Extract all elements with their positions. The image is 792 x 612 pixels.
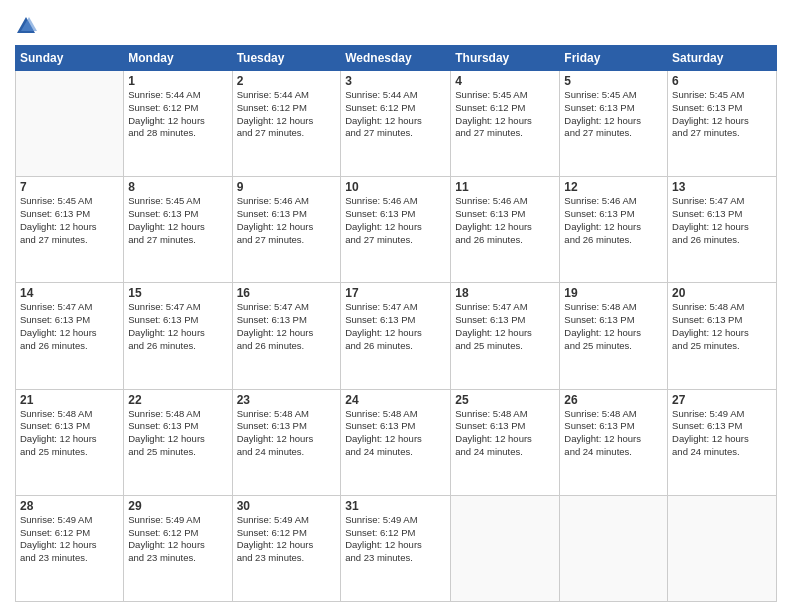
- calendar-cell: 18Sunrise: 5:47 AM Sunset: 6:13 PM Dayli…: [451, 283, 560, 389]
- day-info: Sunrise: 5:48 AM Sunset: 6:13 PM Dayligh…: [455, 408, 555, 459]
- day-info: Sunrise: 5:45 AM Sunset: 6:13 PM Dayligh…: [672, 89, 772, 140]
- day-number: 26: [564, 393, 663, 407]
- calendar-cell: 6Sunrise: 5:45 AM Sunset: 6:13 PM Daylig…: [668, 71, 777, 177]
- day-info: Sunrise: 5:45 AM Sunset: 6:12 PM Dayligh…: [455, 89, 555, 140]
- day-number: 27: [672, 393, 772, 407]
- day-number: 20: [672, 286, 772, 300]
- calendar-cell: [16, 71, 124, 177]
- calendar-cell: 19Sunrise: 5:48 AM Sunset: 6:13 PM Dayli…: [560, 283, 668, 389]
- day-info: Sunrise: 5:46 AM Sunset: 6:13 PM Dayligh…: [564, 195, 663, 246]
- week-row-2: 7Sunrise: 5:45 AM Sunset: 6:13 PM Daylig…: [16, 177, 777, 283]
- day-info: Sunrise: 5:48 AM Sunset: 6:13 PM Dayligh…: [237, 408, 337, 459]
- calendar-cell: 15Sunrise: 5:47 AM Sunset: 6:13 PM Dayli…: [124, 283, 232, 389]
- column-header-tuesday: Tuesday: [232, 46, 341, 71]
- day-info: Sunrise: 5:45 AM Sunset: 6:13 PM Dayligh…: [128, 195, 227, 246]
- calendar-cell: 11Sunrise: 5:46 AM Sunset: 6:13 PM Dayli…: [451, 177, 560, 283]
- day-number: 7: [20, 180, 119, 194]
- day-info: Sunrise: 5:47 AM Sunset: 6:13 PM Dayligh…: [345, 301, 446, 352]
- column-header-wednesday: Wednesday: [341, 46, 451, 71]
- day-number: 31: [345, 499, 446, 513]
- day-number: 14: [20, 286, 119, 300]
- day-info: Sunrise: 5:48 AM Sunset: 6:13 PM Dayligh…: [672, 301, 772, 352]
- column-header-monday: Monday: [124, 46, 232, 71]
- day-info: Sunrise: 5:47 AM Sunset: 6:13 PM Dayligh…: [672, 195, 772, 246]
- day-number: 24: [345, 393, 446, 407]
- day-number: 18: [455, 286, 555, 300]
- day-number: 6: [672, 74, 772, 88]
- day-number: 1: [128, 74, 227, 88]
- day-number: 9: [237, 180, 337, 194]
- day-info: Sunrise: 5:46 AM Sunset: 6:13 PM Dayligh…: [237, 195, 337, 246]
- calendar-cell: 27Sunrise: 5:49 AM Sunset: 6:13 PM Dayli…: [668, 389, 777, 495]
- day-info: Sunrise: 5:49 AM Sunset: 6:12 PM Dayligh…: [237, 514, 337, 565]
- column-header-sunday: Sunday: [16, 46, 124, 71]
- day-number: 19: [564, 286, 663, 300]
- calendar-cell: 9Sunrise: 5:46 AM Sunset: 6:13 PM Daylig…: [232, 177, 341, 283]
- day-info: Sunrise: 5:47 AM Sunset: 6:13 PM Dayligh…: [128, 301, 227, 352]
- calendar-cell: 14Sunrise: 5:47 AM Sunset: 6:13 PM Dayli…: [16, 283, 124, 389]
- calendar-cell: 30Sunrise: 5:49 AM Sunset: 6:12 PM Dayli…: [232, 495, 341, 601]
- calendar-cell: 3Sunrise: 5:44 AM Sunset: 6:12 PM Daylig…: [341, 71, 451, 177]
- calendar-cell: 10Sunrise: 5:46 AM Sunset: 6:13 PM Dayli…: [341, 177, 451, 283]
- day-info: Sunrise: 5:48 AM Sunset: 6:13 PM Dayligh…: [20, 408, 119, 459]
- week-row-3: 14Sunrise: 5:47 AM Sunset: 6:13 PM Dayli…: [16, 283, 777, 389]
- calendar-cell: 29Sunrise: 5:49 AM Sunset: 6:12 PM Dayli…: [124, 495, 232, 601]
- day-number: 8: [128, 180, 227, 194]
- day-info: Sunrise: 5:44 AM Sunset: 6:12 PM Dayligh…: [237, 89, 337, 140]
- calendar-cell: 1Sunrise: 5:44 AM Sunset: 6:12 PM Daylig…: [124, 71, 232, 177]
- day-info: Sunrise: 5:49 AM Sunset: 6:12 PM Dayligh…: [20, 514, 119, 565]
- day-number: 29: [128, 499, 227, 513]
- day-number: 30: [237, 499, 337, 513]
- calendar-cell: [668, 495, 777, 601]
- calendar-cell: 20Sunrise: 5:48 AM Sunset: 6:13 PM Dayli…: [668, 283, 777, 389]
- day-number: 21: [20, 393, 119, 407]
- day-info: Sunrise: 5:47 AM Sunset: 6:13 PM Dayligh…: [20, 301, 119, 352]
- day-number: 11: [455, 180, 555, 194]
- calendar-cell: 26Sunrise: 5:48 AM Sunset: 6:13 PM Dayli…: [560, 389, 668, 495]
- day-number: 5: [564, 74, 663, 88]
- calendar-cell: 8Sunrise: 5:45 AM Sunset: 6:13 PM Daylig…: [124, 177, 232, 283]
- day-number: 17: [345, 286, 446, 300]
- day-number: 13: [672, 180, 772, 194]
- day-info: Sunrise: 5:49 AM Sunset: 6:12 PM Dayligh…: [128, 514, 227, 565]
- calendar-cell: 21Sunrise: 5:48 AM Sunset: 6:13 PM Dayli…: [16, 389, 124, 495]
- day-number: 22: [128, 393, 227, 407]
- day-number: 28: [20, 499, 119, 513]
- calendar-cell: 5Sunrise: 5:45 AM Sunset: 6:13 PM Daylig…: [560, 71, 668, 177]
- day-info: Sunrise: 5:47 AM Sunset: 6:13 PM Dayligh…: [455, 301, 555, 352]
- day-info: Sunrise: 5:45 AM Sunset: 6:13 PM Dayligh…: [564, 89, 663, 140]
- logo-icon: [15, 15, 37, 37]
- calendar-cell: 25Sunrise: 5:48 AM Sunset: 6:13 PM Dayli…: [451, 389, 560, 495]
- calendar-cell: 28Sunrise: 5:49 AM Sunset: 6:12 PM Dayli…: [16, 495, 124, 601]
- calendar-cell: 23Sunrise: 5:48 AM Sunset: 6:13 PM Dayli…: [232, 389, 341, 495]
- calendar-cell: 17Sunrise: 5:47 AM Sunset: 6:13 PM Dayli…: [341, 283, 451, 389]
- day-info: Sunrise: 5:44 AM Sunset: 6:12 PM Dayligh…: [128, 89, 227, 140]
- calendar-cell: [560, 495, 668, 601]
- day-number: 2: [237, 74, 337, 88]
- column-header-thursday: Thursday: [451, 46, 560, 71]
- column-header-saturday: Saturday: [668, 46, 777, 71]
- day-info: Sunrise: 5:48 AM Sunset: 6:13 PM Dayligh…: [564, 301, 663, 352]
- column-header-friday: Friday: [560, 46, 668, 71]
- header-row: SundayMondayTuesdayWednesdayThursdayFrid…: [16, 46, 777, 71]
- page: SundayMondayTuesdayWednesdayThursdayFrid…: [0, 0, 792, 612]
- day-number: 25: [455, 393, 555, 407]
- calendar-cell: 13Sunrise: 5:47 AM Sunset: 6:13 PM Dayli…: [668, 177, 777, 283]
- calendar-cell: 2Sunrise: 5:44 AM Sunset: 6:12 PM Daylig…: [232, 71, 341, 177]
- day-info: Sunrise: 5:44 AM Sunset: 6:12 PM Dayligh…: [345, 89, 446, 140]
- day-number: 3: [345, 74, 446, 88]
- week-row-5: 28Sunrise: 5:49 AM Sunset: 6:12 PM Dayli…: [16, 495, 777, 601]
- calendar-table: SundayMondayTuesdayWednesdayThursdayFrid…: [15, 45, 777, 602]
- day-info: Sunrise: 5:49 AM Sunset: 6:13 PM Dayligh…: [672, 408, 772, 459]
- calendar-cell: 16Sunrise: 5:47 AM Sunset: 6:13 PM Dayli…: [232, 283, 341, 389]
- header: [15, 15, 777, 37]
- calendar-cell: 12Sunrise: 5:46 AM Sunset: 6:13 PM Dayli…: [560, 177, 668, 283]
- day-number: 10: [345, 180, 446, 194]
- day-info: Sunrise: 5:49 AM Sunset: 6:12 PM Dayligh…: [345, 514, 446, 565]
- calendar-cell: 31Sunrise: 5:49 AM Sunset: 6:12 PM Dayli…: [341, 495, 451, 601]
- day-info: Sunrise: 5:47 AM Sunset: 6:13 PM Dayligh…: [237, 301, 337, 352]
- day-number: 15: [128, 286, 227, 300]
- day-info: Sunrise: 5:46 AM Sunset: 6:13 PM Dayligh…: [345, 195, 446, 246]
- calendar-cell: 4Sunrise: 5:45 AM Sunset: 6:12 PM Daylig…: [451, 71, 560, 177]
- day-number: 23: [237, 393, 337, 407]
